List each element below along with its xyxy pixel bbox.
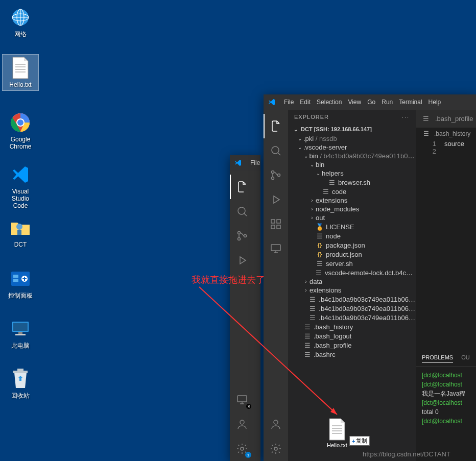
account-icon[interactable] (264, 412, 288, 436)
settings-icon[interactable] (264, 436, 288, 461)
remote-icon[interactable]: ✕ (230, 387, 254, 412)
breadcrumb[interactable]: ☰ .bash_history (416, 128, 476, 140)
file-node[interactable]: {}product.json (288, 250, 416, 259)
explorer-icon[interactable] (264, 114, 288, 138)
tab-output[interactable]: OU (461, 354, 470, 363)
svg-point-36 (272, 147, 279, 154)
file-icon: ☰ (308, 304, 317, 312)
desktop-icon-hello-txt[interactable]: Hello.txt (2, 54, 39, 91)
editor-content[interactable]: 1source 2 (416, 140, 476, 351)
file-node[interactable]: {}package.json (288, 240, 416, 250)
folder-node[interactable]: ›node_modules (288, 205, 416, 213)
folder-node[interactable]: ›extensions (288, 196, 416, 205)
svg-rect-16 (13, 275, 18, 278)
file-icon: ☰ (303, 323, 312, 331)
desktop-icon-chrome[interactable]: Google Chrome (2, 109, 39, 152)
desktop-icon-this-pc[interactable]: 此电脑 (2, 316, 39, 351)
tab-problems[interactable]: PROBLEMS (422, 354, 453, 363)
svg-marker-30 (240, 257, 246, 264)
folder-node[interactable]: ⌄helpers (288, 169, 416, 178)
desktop-icon-network[interactable]: 网络 (2, 4, 39, 40)
menu-file[interactable]: File (281, 99, 297, 106)
file-node[interactable]: ☰browser.sh (288, 178, 416, 187)
debug-icon[interactable] (264, 187, 288, 212)
file-node[interactable]: ☰node (288, 231, 416, 240)
desktop-icon-vscode[interactable]: Visual Studio Code (2, 161, 39, 211)
node-label: product.json (326, 251, 362, 258)
chevron-down-icon: ⌄ (292, 127, 299, 132)
folder-node[interactable]: ⌄.vscode-server (288, 143, 416, 152)
node-label: bin (316, 161, 324, 168)
folder-node[interactable]: ⌄bin (288, 160, 416, 169)
svg-point-29 (244, 235, 247, 237)
vscode-titlebar[interactable]: File Edit Selection View Go Run Terminal… (264, 94, 476, 110)
file-icon: ☰ (316, 259, 324, 268)
workspace-root[interactable]: ⌄ DCT [SSH: 192.168.66.147] (288, 124, 416, 134)
file-node[interactable]: ☰code (288, 187, 416, 196)
file-node[interactable]: ☰server.sh (288, 259, 416, 268)
node-label: browser.sh (338, 179, 370, 186)
node-label: .vscode-server (303, 143, 347, 151)
file-icon: ☰ (303, 341, 312, 349)
tab-bash-profile[interactable]: ☰ .bash_profile (416, 110, 476, 128)
file-node[interactable]: ☰vscode-remote-lock.dct.b4c1bd0a... (288, 268, 416, 277)
file-node[interactable]: 🏅LICENSE (288, 222, 416, 231)
svg-rect-17 (13, 279, 18, 282)
explorer-icon[interactable] (230, 175, 254, 199)
menu-file-back[interactable]: File (247, 159, 263, 166)
file-node[interactable]: ☰.bashrc (288, 350, 416, 359)
terminal-output[interactable]: [dct@localhost[dct@localhost我是一名Java程[dc… (416, 367, 476, 430)
menu-view[interactable]: View (345, 99, 364, 106)
vscode-window-main: File Edit Selection View Go Run Terminal… (264, 94, 476, 461)
folder-node[interactable]: ⌄.pki / nssdb (288, 134, 416, 143)
file-node[interactable]: ☰.bash_profile (288, 341, 416, 350)
menu-help[interactable]: Help (425, 99, 444, 106)
folder-node[interactable]: ›extensions (288, 286, 416, 295)
source-control-icon[interactable] (264, 163, 288, 187)
explorer-sidebar: EXPLORER ··· ⌄ DCT [SSH: 192.168.66.147]… (288, 110, 416, 461)
file-node[interactable]: ☰.bash_logout (288, 331, 416, 341)
remote-icon[interactable] (264, 236, 288, 261)
folder-node[interactable]: ›data (288, 277, 416, 286)
menu-selection[interactable]: Selection (314, 99, 345, 106)
svg-point-50 (274, 447, 277, 450)
terminal-line: [dct@localhost (422, 398, 470, 407)
svg-rect-14 (17, 230, 21, 235)
editor-tabs[interactable]: ☰ .bash_profile (416, 110, 476, 128)
network-icon (9, 6, 32, 29)
file-icon: ☰ (422, 130, 430, 138)
file-node[interactable]: ☰.bash_history (288, 322, 416, 331)
menu-go[interactable]: Go (364, 99, 378, 106)
desktop-icon-control-panel[interactable]: 控制面板 (2, 265, 39, 301)
desktop-icon-recycle-bin[interactable]: 回收站 (2, 366, 39, 401)
file-node[interactable]: ☰.b4c1bd0a9b03c749ea011b06c6d2... (288, 304, 416, 313)
panel-tabs[interactable]: PROBLEMS OU (416, 351, 476, 367)
account-icon[interactable] (230, 412, 254, 436)
debug-icon[interactable] (230, 248, 254, 273)
terminal-line: [dct@localhost (422, 380, 470, 389)
menu-run[interactable]: Run (378, 99, 396, 106)
vscode-back-titlebar[interactable]: File (230, 155, 260, 171)
menu-terminal[interactable]: Terminal (396, 99, 425, 106)
file-node[interactable]: ☰.b4c1bd0a9b03c749ea011b06c6d2... (288, 313, 416, 322)
chevron-right-icon: › (302, 279, 310, 284)
node-label: .b4c1bd0a9b03c749ea011b06c6d2... (319, 314, 416, 322)
extensions-icon[interactable] (264, 212, 288, 236)
desktop-icon-label: 回收站 (11, 392, 30, 399)
file-icon: ☰ (303, 350, 312, 358)
search-icon[interactable] (230, 199, 254, 224)
search-icon[interactable] (264, 138, 288, 163)
file-node[interactable]: ☰.b4c1bd0a9b03c749ea011b06c6d2... (288, 295, 416, 304)
folder-node[interactable]: ⌄bin / b4c1bd0a9b03c749ea011b06c... (288, 152, 416, 160)
control-panel-icon (9, 268, 32, 290)
sidebar-more-icon[interactable]: ··· (402, 114, 410, 120)
settings-icon[interactable]: 1 (230, 436, 254, 461)
source-control-icon[interactable] (230, 224, 254, 248)
editor-area: ☰ .bash_profile ☰ .bash_history 1source … (416, 110, 476, 461)
folder-node[interactable]: ›out (288, 213, 416, 222)
file-tree[interactable]: ⌄.pki / nssdb⌄.vscode-server⌄bin / b4c1b… (288, 134, 416, 461)
node-label: out (316, 214, 325, 222)
dct-icon (9, 216, 32, 239)
desktop-icon-dct[interactable]: DCT (2, 214, 39, 250)
menu-edit[interactable]: Edit (297, 99, 314, 106)
